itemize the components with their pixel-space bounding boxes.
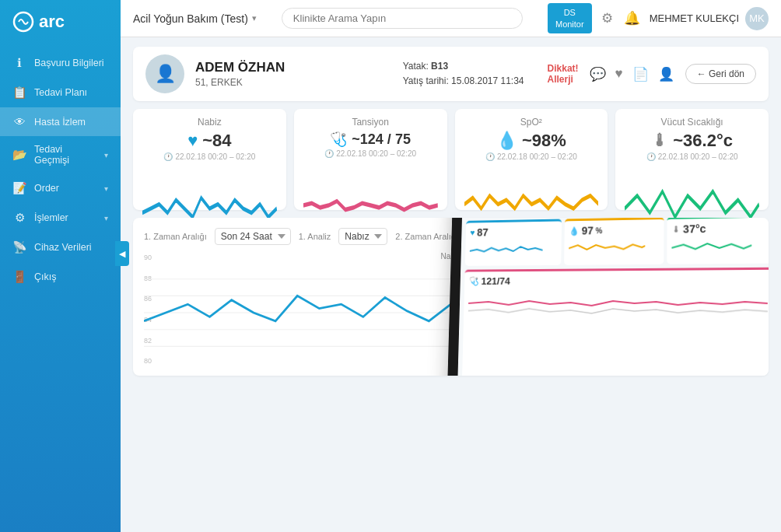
- sidebar-item-islemler[interactable]: ⚙ İşlemler ▾: [0, 203, 121, 233]
- document-icon[interactable]: 📄: [632, 66, 649, 82]
- patient-action-icons: 💬 ♥ 📄 👤: [590, 66, 674, 82]
- sidebar-item-basvuru[interactable]: ℹ Başvuru Bilgileri: [0, 48, 121, 78]
- topbar-title[interactable]: Acil Yoğun Bakım (Test) ▾: [133, 12, 257, 25]
- back-button[interactable]: ← Geri dön: [685, 64, 756, 84]
- sidebar-item-tedavi-plani[interactable]: 📋 Tedavi Planı: [0, 78, 121, 107]
- vital-time-nabiz: 🕐 22.02.18 00:20 – 02:20: [142, 152, 277, 161]
- incele-button[interactable]: İncele: [705, 227, 758, 246]
- analiz-select-2[interactable]: Tansiyon: [590, 228, 652, 245]
- logo[interactable]: arc: [0, 0, 121, 44]
- vital-title-temp: Vücut Sıcaklığı: [625, 117, 759, 128]
- ds-monitor-button[interactable]: DS Monitor: [548, 3, 592, 33]
- sidebar-collapse-tab[interactable]: ◀: [115, 241, 129, 266]
- settings-icon[interactable]: ⚙: [601, 10, 613, 26]
- chart-controls: 1. Zaman Aralığı Son 24 Saat 1. Analiz N…: [144, 227, 758, 246]
- topbar-chevron-icon: ▾: [252, 13, 257, 23]
- main-content: Acil Yoğun Bakım (Test) ▾ DS Monitor ⚙ 🔔…: [121, 0, 781, 532]
- vital-card-spo2: SpO² 💧 ~98% 🕐 22.02.18 00:20 – 02:20: [455, 109, 608, 210]
- vital-value-nabiz: ♥ ~84: [142, 131, 277, 151]
- patient-alerts: Dikkat! Allerji: [548, 63, 579, 85]
- patient-name: ADEM ÖZHAN: [195, 60, 392, 75]
- sidebar-item-hasta-izlem[interactable]: 👁 Hasta İzlem: [0, 107, 121, 136]
- vital-card-nabiz: Nabiz ♥ ~84 🕐 22.02.18 00:20 – 02:20: [133, 109, 286, 210]
- heart-vital-icon: ♥: [187, 131, 198, 151]
- time-range-select-2[interactable]: Son 24 Saat: [466, 228, 542, 245]
- plan-icon: 📋: [12, 86, 26, 100]
- vitals-row: Nabiz ♥ ~84 🕐 22.02.18 00:20 – 02:20 Tan…: [133, 109, 769, 210]
- time-range-label-2: 2. Zaman Aralığı: [395, 232, 458, 241]
- clock-icon: 🕐: [485, 152, 495, 161]
- sidebar: arc ℹ Başvuru Bilgileri 📋 Tedavi Planı 👁…: [0, 0, 121, 532]
- sidebar-item-tedavi-gecmisi[interactable]: 📂 Tedavi Geçmişi ▾: [0, 136, 121, 173]
- thermometer-icon: 🌡: [651, 131, 668, 151]
- patient-allergy-label: Allerji: [548, 74, 579, 85]
- sidebar-item-order[interactable]: 📝 Order ▾: [0, 173, 121, 203]
- vital-time-spo2: 🕐 22.02.18 00:20 – 02:20: [464, 152, 599, 161]
- patient-header: 👤 ADEM ÖZHAN 51, ERKEK Yatak: B13 Yatış …: [133, 47, 769, 101]
- vital-value-temp: 🌡 ~36.2°c: [625, 131, 759, 151]
- patient-bed-info: Yatak: B13 Yatış tarihi: 15.08.2017 11:3…: [403, 59, 524, 89]
- vital-time-temp: 🕐 22.02.18 00:20 – 02:20: [625, 152, 759, 161]
- vital-title-spo2: SpO²: [464, 117, 599, 128]
- patient-avatar: 👤: [145, 54, 184, 93]
- sidebar-nav: ℹ Başvuru Bilgileri 📋 Tedavi Planı 👁 Has…: [0, 44, 121, 532]
- stethoscope-icon: 🩺: [330, 131, 347, 148]
- folder-icon: 📂: [12, 148, 26, 162]
- drop-icon: 💧: [496, 131, 517, 151]
- chart-title: Nabız: [144, 252, 758, 261]
- patient-age-gender: 51, ERKEK: [195, 77, 392, 88]
- analiz-label-2: 2. Analiz: [550, 232, 583, 241]
- chevron-down-icon: ▾: [104, 214, 108, 222]
- analiz-label-1: 1. Analiz: [299, 232, 331, 241]
- order-icon: 📝: [12, 181, 26, 195]
- search-input[interactable]: [282, 8, 523, 29]
- exit-icon: 🚪: [12, 270, 26, 284]
- time-range-label-1: 1. Zaman Aralığı: [144, 232, 207, 241]
- clock-icon: 🕐: [163, 152, 173, 161]
- chart-container: 90 88 86 84 82 80 Nabız: [144, 252, 758, 366]
- sidebar-item-cikis[interactable]: 🚪 Çıkış: [0, 262, 121, 292]
- topbar-icons: ⚙ 🔔: [601, 10, 640, 26]
- vital-time-tansiyon: 🕐 22.02.18 00:20 – 02:20: [303, 149, 438, 158]
- chevron-down-icon: ▾: [104, 184, 108, 193]
- sidebar-item-cihaz-verileri[interactable]: 📡 Cihaz Verileri: [0, 233, 121, 262]
- vital-value-spo2: 💧 ~98%: [464, 131, 599, 151]
- topbar: Acil Yoğun Bakım (Test) ▾ DS Monitor ⚙ 🔔…: [121, 0, 781, 37]
- topbar-user[interactable]: MEHMET KULEKÇI MK: [650, 7, 769, 30]
- vital-title-tansiyon: Tansiyon: [303, 117, 438, 128]
- person-icon[interactable]: 👤: [658, 66, 674, 82]
- clock-icon: 🕐: [324, 149, 334, 158]
- chart-section: 1. Zaman Aralığı Son 24 Saat 1. Analiz N…: [133, 218, 769, 376]
- message-icon[interactable]: 💬: [590, 66, 606, 82]
- avatar: MK: [745, 7, 769, 30]
- analiz-select-1[interactable]: Nabız: [338, 228, 387, 245]
- vital-value-tansiyon: 🩺 ~124 / 75: [303, 131, 438, 148]
- content-area: 👤 ADEM ÖZHAN 51, ERKEK Yatak: B13 Yatış …: [121, 37, 781, 532]
- vital-card-temp: Vücut Sıcaklığı 🌡 ~36.2°c 🕐 22.02.18 00:…: [615, 109, 769, 210]
- device-icon: 📡: [12, 240, 26, 254]
- chart-plot-area: Nabız: [144, 252, 758, 366]
- chevron-down-icon: ▾: [104, 151, 108, 159]
- vital-title-nabiz: Nabiz: [142, 117, 277, 128]
- vital-card-tansiyon: Tansiyon 🩺 ~124 / 75 🕐 22.02.18 00:20 – …: [294, 109, 447, 210]
- notification-icon[interactable]: 🔔: [624, 10, 640, 26]
- info-icon: ℹ: [12, 56, 26, 70]
- settings-icon: ⚙: [12, 211, 26, 225]
- main-chart-svg: [144, 262, 758, 363]
- time-range-select-1[interactable]: Son 24 Saat: [215, 228, 291, 245]
- eye-icon: 👁: [12, 115, 26, 128]
- patient-info: ADEM ÖZHAN 51, ERKEK: [195, 60, 392, 88]
- patient-alert-label: Dikkat!: [548, 63, 579, 74]
- clock-icon: 🕐: [646, 152, 656, 161]
- heart-icon[interactable]: ♥: [615, 66, 623, 82]
